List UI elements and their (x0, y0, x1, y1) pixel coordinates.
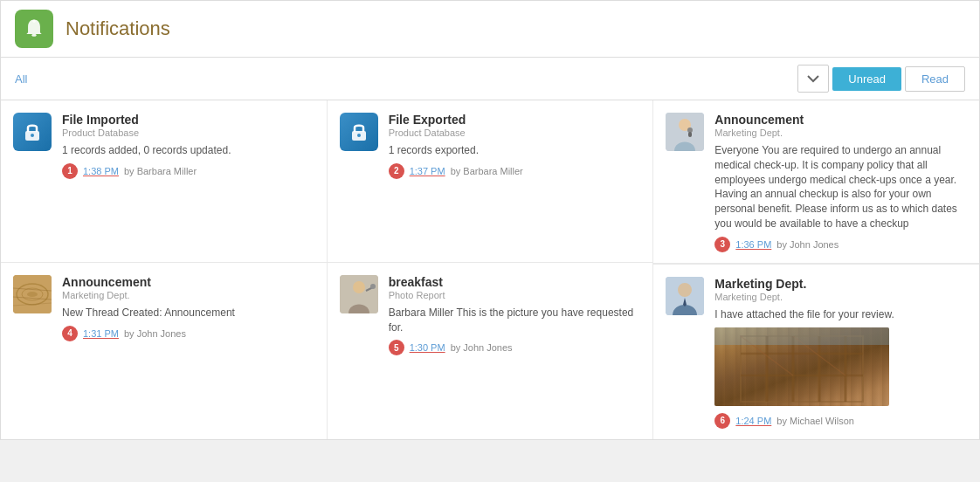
notification-6-avatar (666, 277, 704, 315)
notification-3-subtitle: Marketing Dept. (714, 127, 967, 138)
notification-5-time[interactable]: 1:30 PM (410, 342, 445, 353)
notification-2-message: 1 records exported. (389, 143, 641, 158)
building-svg (714, 327, 889, 406)
notification-2-badge: 2 (389, 163, 404, 179)
notification-2-subtitle: Product Database (389, 127, 641, 138)
notification-4-message: New Thread Created: Announcement (62, 306, 314, 320)
notification-2-title: File Exported (389, 113, 641, 127)
svg-point-5 (357, 134, 361, 137)
notification-1-title: File Imported (62, 113, 314, 127)
notification-6-time[interactable]: 1:24 PM (735, 416, 771, 426)
svg-point-34 (370, 284, 376, 289)
app-header: Notifications (1, 1, 979, 58)
notification-3-avatar (666, 113, 704, 151)
notification-5-badge: 5 (389, 340, 404, 355)
notification-6-badge: 6 (714, 413, 730, 429)
toolbar: All Unread Read (1, 58, 979, 100)
lock-icon (21, 120, 44, 143)
notification-4-title: Announcement (62, 275, 314, 289)
notifications-grid: File Imported Product Database 1 records… (1, 100, 979, 439)
wood-texture-icon (13, 275, 52, 313)
app-icon (15, 10, 53, 48)
unread-button[interactable]: Unread (832, 67, 901, 91)
notification-1-by: by Barbara Miller (124, 166, 197, 176)
notification-5-title: breakfast (389, 275, 641, 289)
notification-3-badge: 3 (714, 237, 730, 252)
notification-6-by: by Michael Wilson (776, 416, 854, 426)
notification-1: File Imported Product Database 1 records… (1, 100, 327, 262)
page-title: Notifications (66, 17, 170, 40)
notification-5-avatar (340, 275, 378, 313)
file-imported-icon (13, 113, 52, 151)
svg-point-32 (353, 281, 365, 293)
notification-6-subtitle: Marketing Dept. (714, 292, 967, 302)
notification-4-badge: 4 (62, 326, 78, 341)
notification-6-title: Marketing Dept. (714, 277, 967, 291)
svg-point-1 (32, 20, 35, 23)
svg-point-11 (678, 283, 692, 297)
notification-3: Announcement Marketing Dept. Everyone Yo… (653, 100, 979, 263)
notification-1-subtitle: Product Database (62, 127, 314, 138)
notification-5-message: Barbara Miller This is the picture you h… (389, 306, 641, 335)
notification-2-time[interactable]: 1:37 PM (410, 166, 445, 176)
notification-1-message: 1 records added, 0 records updated. (62, 143, 314, 158)
svg-rect-9 (688, 132, 692, 137)
notification-4-subtitle: Marketing Dept. (62, 290, 314, 300)
read-button[interactable]: Read (905, 66, 965, 92)
notification-4-avatar (13, 275, 52, 313)
notification-3-by: by John Jones (776, 239, 839, 250)
notification-5-by: by John Jones (451, 342, 513, 353)
right-column: Announcement Marketing Dept. Everyone Yo… (653, 100, 979, 439)
lock-icon-2 (348, 120, 370, 143)
notification-2-by: by Barbara Miller (451, 166, 523, 176)
filter-dropdown[interactable] (797, 65, 829, 93)
person-breakfast-icon (340, 275, 378, 313)
notification-3-title: Announcement (714, 113, 967, 127)
svg-rect-0 (31, 34, 36, 37)
notification-1-time[interactable]: 1:38 PM (83, 166, 119, 176)
notification-5: breakfast Photo Report Barbara Miller Th… (328, 263, 653, 439)
notification-4-time[interactable]: 1:31 PM (83, 328, 119, 339)
person-marketing-icon (666, 277, 704, 315)
notification-4: Announcement Marketing Dept. New Thread … (1, 263, 327, 439)
notification-6-message: I have attached the file for your review… (714, 307, 967, 322)
notification-3-time[interactable]: 1:36 PM (735, 239, 771, 250)
all-filter[interactable]: All (15, 72, 27, 86)
notification-4-by: by John Jones (124, 328, 186, 339)
notification-5-subtitle: Photo Report (389, 290, 641, 300)
svg-rect-23 (714, 327, 889, 345)
person-announcement-icon (666, 113, 704, 151)
notification-2: File Exported Product Database 1 records… (328, 100, 653, 262)
file-exported-icon (340, 113, 378, 151)
svg-point-3 (31, 134, 34, 137)
notification-1-badge: 1 (62, 163, 78, 179)
notification-3-message: Everyone You are required to undergo an … (714, 143, 967, 231)
bell-icon (23, 17, 45, 40)
notification-6-attachment (714, 327, 889, 406)
chevron-down-icon (807, 74, 819, 83)
svg-point-27 (27, 292, 38, 297)
notification-6: Marketing Dept. Marketing Dept. I have a… (653, 264, 979, 439)
